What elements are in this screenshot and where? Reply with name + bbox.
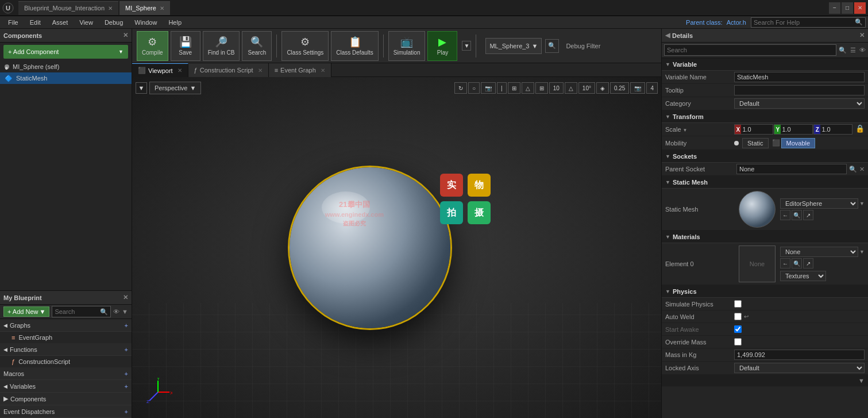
locked-axis-dropdown[interactable]: Default: [734, 363, 865, 373]
variable-section-header[interactable]: ▼ Variable: [662, 58, 868, 71]
mi-sphere-item[interactable]: ● MI_Sphere (self): [0, 61, 132, 72]
details-search-icon[interactable]: 🔍: [839, 47, 847, 54]
bp-search-input[interactable]: [55, 308, 100, 315]
mat-open-icon[interactable]: ↗: [803, 258, 813, 269]
parent-socket-input[interactable]: [736, 164, 847, 174]
textures-dropdown[interactable]: Textures: [780, 271, 826, 281]
construction-script-tab[interactable]: ƒ Construction Script ✕: [188, 63, 269, 77]
viewport[interactable]: ▼ Perspective ▼ ↻ ○ 📷 | ⊞ △ ⊞ 10 △: [132, 77, 661, 418]
tooltip-input[interactable]: [734, 85, 865, 95]
functions-section[interactable]: ◀ Functions +: [0, 343, 132, 356]
category-dropdown[interactable]: Default: [734, 98, 865, 109]
compile-button[interactable]: ⚙ Compile: [137, 31, 168, 61]
macros-add-icon[interactable]: +: [125, 370, 128, 377]
bp-settings-icon[interactable]: ▼: [122, 308, 128, 315]
minimize-button[interactable]: −: [829, 2, 840, 14]
vp-num-10[interactable]: 10: [549, 82, 564, 94]
viewport-tab[interactable]: ⬛ Viewport ✕: [132, 63, 188, 77]
mat-search-icon[interactable]: 🔍: [792, 258, 802, 269]
physics-section-header[interactable]: ▼ Physics: [662, 285, 868, 298]
menu-help[interactable]: Help: [163, 18, 187, 27]
static-mesh-section-header[interactable]: ▼ Static Mesh: [662, 176, 868, 189]
details-eye-icon[interactable]: 👁: [859, 47, 866, 53]
vp-scale-icon[interactable]: ⊞: [535, 82, 548, 94]
viewport-tab-close-icon[interactable]: ✕: [178, 67, 182, 74]
scale-y-input[interactable]: [781, 126, 812, 133]
vp-camera-speed[interactable]: 📷: [630, 82, 645, 94]
socket-clear-icon[interactable]: ✕: [859, 166, 865, 173]
event-graph-tab[interactable]: ≡ Event Graph ✕: [269, 63, 331, 77]
scroll-down-icon[interactable]: ▼: [858, 377, 865, 384]
find-cb-button[interactable]: 🔎 Find in CB: [203, 31, 240, 61]
tab-close-1[interactable]: ✕: [160, 5, 164, 11]
mat-arrow-left-icon[interactable]: ←: [780, 258, 790, 269]
details-close-icon[interactable]: ✕: [859, 32, 865, 39]
vp-orbit-icon[interactable]: ○: [468, 82, 480, 94]
vp-camera-icon[interactable]: 📷: [481, 82, 496, 94]
details-list-icon[interactable]: ☰: [850, 47, 856, 54]
vp-wireframe-icon[interactable]: △: [522, 82, 534, 94]
menu-asset[interactable]: Asset: [47, 18, 74, 27]
vp-scale-val[interactable]: ◈: [596, 82, 609, 94]
variable-name-input[interactable]: [734, 72, 865, 82]
graphs-section[interactable]: ◀ Graphs +: [0, 319, 132, 332]
bp-close-icon[interactable]: ✕: [123, 294, 128, 301]
search-button[interactable]: 🔍 Search: [242, 31, 272, 61]
socket-search-icon[interactable]: 🔍: [849, 166, 857, 173]
vp-degrees[interactable]: 10°: [578, 82, 595, 94]
add-component-button[interactable]: + Add Component ▼: [3, 45, 128, 59]
menu-file[interactable]: File: [2, 18, 24, 27]
class-defaults-button[interactable]: 📋 Class Defaults: [331, 31, 378, 61]
mesh-dropdown[interactable]: EditorSphere: [780, 198, 858, 209]
material-dropdown[interactable]: None: [780, 247, 858, 257]
mesh-open-icon[interactable]: ↗: [803, 210, 813, 220]
event-graph-item[interactable]: ≡ EventGraph: [0, 332, 132, 343]
materials-section-header[interactable]: ▼ Materials: [662, 231, 868, 243]
menu-window[interactable]: Window: [129, 18, 163, 27]
tab-blueprint-mouse[interactable]: Blueprint_Mouse_Interaction ✕: [18, 1, 118, 15]
mass-input[interactable]: [734, 350, 865, 360]
static-mesh-item[interactable]: 🔷 StaticMesh: [0, 72, 132, 84]
scale-lock-icon[interactable]: 🔒: [855, 124, 865, 135]
vp-scale-025[interactable]: 0.25: [610, 82, 629, 94]
auto-weld-checkbox[interactable]: [734, 313, 742, 320]
eg-tab-close-icon[interactable]: ✕: [321, 67, 325, 74]
macros-section[interactable]: Macros +: [0, 367, 132, 380]
vp-angle-icon[interactable]: △: [565, 82, 577, 94]
perspective-button[interactable]: Perspective ▼: [149, 82, 201, 94]
mesh-arrow-left-icon[interactable]: ←: [780, 210, 790, 220]
graphs-add-icon[interactable]: +: [125, 322, 128, 329]
debug-filter-dropdown[interactable]: ML_Sphere_3 ▼: [485, 38, 542, 54]
simulation-button[interactable]: 📺 Simulation: [388, 31, 426, 61]
functions-add-icon[interactable]: +: [125, 346, 128, 353]
dispatchers-add-icon[interactable]: +: [125, 408, 128, 415]
save-button[interactable]: 💾 Save: [171, 31, 200, 61]
class-settings-button[interactable]: ⚙ Class Settings: [281, 31, 329, 61]
override-mass-checkbox[interactable]: [734, 338, 742, 346]
bp-eye-icon[interactable]: 👁: [113, 308, 119, 315]
vp-rotate-icon[interactable]: ↻: [454, 82, 467, 94]
cs-tab-close-icon[interactable]: ✕: [258, 67, 263, 74]
menu-view[interactable]: View: [74, 18, 99, 27]
vp-dropdown-icon[interactable]: ▼: [136, 82, 147, 94]
vp-num-4[interactable]: 4: [646, 82, 658, 94]
vp-grid-icon[interactable]: ⊞: [508, 82, 520, 94]
mesh-search-icon[interactable]: 🔍: [792, 210, 802, 220]
simulate-physics-checkbox[interactable]: [734, 300, 742, 308]
static-mobility-button[interactable]: Static: [742, 138, 769, 148]
movable-mobility-button[interactable]: Movable: [781, 138, 816, 148]
close-button[interactable]: ✕: [854, 2, 866, 14]
construction-script-item[interactable]: ƒ ConstructionScript: [0, 356, 132, 367]
play-dropdown-arrow[interactable]: ▼: [462, 41, 471, 51]
event-dispatchers-section[interactable]: Event Dispatchers +: [0, 405, 132, 418]
details-search-input[interactable]: [664, 44, 836, 56]
components-section-bp[interactable]: ▶ Components: [0, 393, 132, 405]
components-close-icon[interactable]: ✕: [123, 32, 128, 39]
details-collapse-icon[interactable]: ◀: [665, 32, 670, 39]
tab-close-0[interactable]: ✕: [108, 5, 113, 11]
sockets-section-header[interactable]: ▼ Sockets: [662, 150, 868, 163]
play-button[interactable]: ▶ Play: [427, 31, 457, 61]
start-awake-checkbox[interactable]: [734, 325, 742, 333]
tab-mi-sphere[interactable]: MI_Sphere ✕: [119, 1, 170, 15]
transform-section-header[interactable]: ▼ Transform: [662, 110, 868, 123]
